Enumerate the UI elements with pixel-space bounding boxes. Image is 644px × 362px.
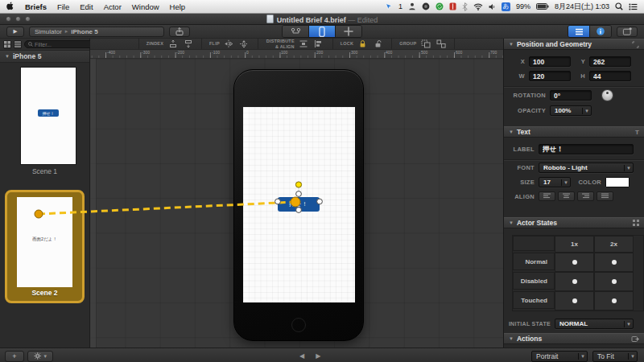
state-disabled-2x-cell[interactable] [594, 272, 634, 291]
align-right-button[interactable] [577, 191, 594, 201]
unlock-icon [374, 39, 383, 48]
minimize-window-button[interactable] [15, 16, 21, 22]
lock-button[interactable] [357, 39, 369, 49]
notification-center-icon[interactable] [629, 3, 638, 10]
w-label: W [504, 72, 525, 80]
align-left-button[interactable] [539, 191, 555, 201]
bring-forward-button[interactable] [167, 39, 179, 49]
button-actor-selected[interactable]: 押せ！ [278, 197, 320, 212]
section-header-position[interactable]: ▼ Position and Geometry [504, 39, 644, 50]
font-dropdown[interactable]: Roboto - Light ▾ [539, 162, 634, 173]
state-row-normal: Normal [513, 253, 555, 270]
chevron-down-icon: ▾ [578, 353, 587, 360]
play-button[interactable]: ▶ [6, 27, 24, 37]
w-input[interactable] [529, 71, 571, 81]
pointer-icon[interactable] [386, 3, 393, 10]
size-value: 17 [539, 179, 561, 186]
state-dot [612, 260, 617, 265]
zoom-dropdown[interactable]: To Fit ▾ [592, 351, 638, 362]
scene-canvas[interactable]: 押せ！ [90, 59, 503, 348]
mode-scene-editor-button[interactable] [309, 26, 336, 37]
orientation-dropdown[interactable]: Portrait ▾ [531, 351, 588, 362]
volume-icon[interactable] [489, 3, 496, 10]
disclosure-icon[interactable]: ▼ [509, 336, 514, 341]
scene-2-thumbnail-selected[interactable]: 画面2だよ！ Scene 2 [5, 190, 85, 303]
grid-view-toggle[interactable] [3, 40, 11, 49]
flip-horizontal-button[interactable] [223, 39, 235, 49]
zoom-window-button[interactable] [25, 16, 31, 22]
group-button[interactable] [419, 39, 431, 49]
state-disabled-1x-cell[interactable] [555, 272, 594, 291]
state-normal-2x-cell[interactable] [594, 253, 634, 272]
library-button[interactable] [617, 27, 638, 37]
mode-storyboard-button[interactable] [283, 26, 309, 37]
green-app-icon[interactable] [436, 2, 444, 10]
mode-actor-button[interactable] [336, 26, 361, 37]
share-button[interactable] [169, 27, 190, 37]
label-input[interactable] [539, 144, 634, 154]
state-normal-1x-cell[interactable] [555, 253, 594, 272]
unlock-button[interactable] [372, 39, 384, 49]
silhouette-icon[interactable] [408, 2, 416, 10]
inspector-info-view-button[interactable] [590, 26, 611, 37]
menu-item-edit[interactable]: Edit [80, 2, 93, 11]
align-center-button[interactable] [558, 191, 575, 201]
breadcrumb-root[interactable]: Simulator [35, 28, 62, 35]
menu-clock[interactable]: 8月24日(土) 1:03 [555, 2, 609, 12]
y-input[interactable] [589, 56, 631, 67]
list-view-toggle[interactable] [14, 40, 22, 49]
menu-item-actor[interactable]: Actor [104, 2, 122, 11]
flip-vertical-button[interactable] [238, 39, 250, 49]
breadcrumb-device[interactable]: iPhone 5 [71, 28, 97, 35]
device-group-header[interactable]: ▼ iPhone 5 [0, 51, 89, 63]
align-button[interactable] [313, 39, 325, 49]
menu-item-help[interactable]: Help [170, 2, 186, 11]
phone-icon [319, 27, 325, 37]
share-icon [175, 27, 184, 36]
x-input[interactable] [529, 56, 571, 67]
align-justify-button[interactable] [597, 191, 613, 201]
send-backward-button[interactable] [182, 39, 194, 49]
battery-icon[interactable] [536, 3, 549, 10]
scene-1-thumbnail[interactable]: 押せ！ [20, 67, 76, 165]
settings-button[interactable]: ▾ [27, 351, 53, 362]
next-scene-button[interactable]: ▶ [316, 352, 320, 360]
state-touched-2x-cell[interactable] [594, 291, 634, 311]
disclosure-icon[interactable]: ▼ [509, 130, 514, 134]
disclosure-icon[interactable]: ▼ [509, 220, 514, 225]
disclosure-icon[interactable]: ▼ [5, 54, 10, 59]
add-scene-button[interactable]: + [5, 351, 24, 362]
lens-icon[interactable] [422, 2, 430, 10]
section-header-actor-states[interactable]: ▼ Actor States [504, 217, 644, 228]
opacity-dropdown[interactable]: 100% ▾ [550, 105, 592, 116]
inspector-list-view-button[interactable] [568, 26, 590, 37]
section-header-text[interactable]: ▼ Text T [504, 126, 644, 138]
sidebar-header [0, 39, 89, 51]
apple-menu-icon[interactable] [6, 2, 14, 11]
disclosure-icon[interactable]: ▼ [509, 42, 514, 47]
distribute-button[interactable] [298, 39, 310, 49]
rotation-input[interactable] [550, 90, 592, 101]
size-dropdown[interactable]: 17 ▾ [539, 177, 571, 187]
close-window-button[interactable] [6, 16, 11, 22]
h-input[interactable] [589, 71, 631, 81]
menu-item-window[interactable]: Window [132, 2, 159, 11]
section-header-actions[interactable]: ▼ Actions [504, 333, 644, 344]
scene-1-label[interactable]: Scene 1 [0, 167, 89, 175]
menu-item-file[interactable]: File [57, 2, 69, 11]
wifi-icon[interactable] [473, 3, 483, 10]
spotlight-icon[interactable] [615, 2, 623, 10]
bluetooth-icon[interactable] [462, 2, 468, 11]
initial-state-dropdown[interactable]: NORMAL ▾ [555, 319, 634, 329]
breadcrumb[interactable]: Simulator ▸ iPhone 5 [29, 27, 164, 37]
menu-item-app[interactable]: Briefs [25, 2, 47, 11]
previous-scene-button[interactable]: ◀ [299, 352, 304, 360]
color-swatch[interactable] [605, 177, 630, 187]
state-touched-1x-cell[interactable] [555, 291, 594, 311]
state-dot [612, 279, 617, 284]
red-app-icon[interactable] [449, 2, 456, 10]
rotation-knob[interactable] [601, 89, 613, 101]
expand-icon[interactable] [632, 41, 639, 48]
ungroup-button[interactable] [435, 39, 447, 49]
ime-icon[interactable]: あ [502, 2, 510, 11]
